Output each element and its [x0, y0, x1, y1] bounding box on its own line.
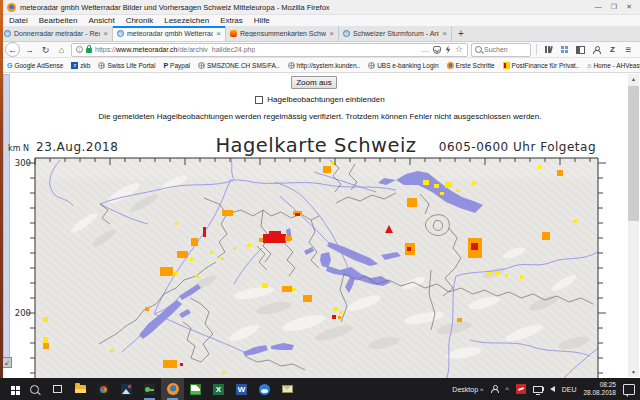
tab-regensummenkarten[interactable]: Regensummenkarten Schweiz × — [226, 26, 339, 41]
ytick-300: 300 — [15, 158, 31, 168]
scroll-down-icon[interactable]: ▼ — [628, 367, 639, 377]
window-title: meteoradar gmbh Wetterradar Bilder und V… — [20, 3, 330, 12]
tray-red-app-icon[interactable] — [516, 384, 526, 394]
excel-button[interactable]: X — [207, 378, 230, 400]
map-time-range: 0605-0600 Uhr Folgetag — [439, 140, 596, 154]
bookmark-postfinance[interactable]: PostFinance für Privat.. — [503, 62, 580, 69]
bookmark-zkb[interactable]: zzkb — [71, 62, 90, 69]
keepass-icon — [144, 384, 155, 395]
tab-meteoradar-active[interactable]: meteoradar gmbh Wetterradar × — [113, 26, 226, 41]
mail-app-button[interactable] — [276, 378, 299, 400]
axis-unit-label: km N — [8, 144, 29, 153]
clock-date: 28.08.2018 — [583, 389, 616, 397]
url-bar[interactable]: i https://www.meteoradar.ch/de/archiv_ha… — [71, 43, 468, 57]
menu-item-lesezeichen[interactable]: Lesezeichen — [164, 16, 209, 25]
windows-logo-icon — [11, 386, 15, 390]
tray-contact-icon[interactable] — [490, 385, 498, 393]
page-actions-icon[interactable]: … — [421, 45, 429, 54]
bookmark-paypal[interactable]: PPaypal — [163, 62, 190, 69]
map-header: km N 23.Aug.2018 Hagelkarte Schweiz 0605… — [8, 134, 596, 157]
screen: meteoradar gmbh Wetterradar Bilder und V… — [0, 0, 640, 400]
lightning-icon[interactable] — [445, 45, 451, 54]
volume-icon[interactable] — [550, 386, 555, 392]
close-button[interactable]: ✕ — [626, 3, 632, 11]
taskbar-clock[interactable]: 08:25 28.08.2018 — [583, 381, 616, 397]
envelope-icon — [282, 385, 293, 393]
bookmarks-bar: GGoogle AdSense zzkb Swiss Life Portal P… — [0, 58, 640, 73]
image-editor-button[interactable] — [184, 378, 207, 400]
language-indicator[interactable]: DEU — [562, 386, 577, 393]
media-app-button[interactable] — [92, 378, 115, 400]
search-input[interactable] — [484, 46, 527, 53]
bookmark-erste-schritte[interactable]: Erste Schritte — [447, 62, 495, 69]
menu-item-chronik[interactable]: Chronik — [126, 16, 154, 25]
bookmark-swiss-life[interactable]: Swiss Life Portal — [98, 62, 155, 69]
library-icon[interactable] — [544, 45, 553, 54]
firefox-logo-icon — [7, 3, 16, 12]
tab-close-icon[interactable]: × — [103, 30, 108, 38]
taskbar-search-button[interactable] — [23, 378, 46, 400]
tab-close-icon[interactable]: × — [216, 30, 221, 38]
tab-sturmforum[interactable]: Schweizer Sturmforum - Antw × — [339, 26, 452, 41]
globe-favicon — [98, 62, 105, 69]
menu-item-hilfe[interactable]: Hilfe — [254, 16, 270, 25]
reload-button[interactable]: ↻ — [39, 43, 52, 56]
back-button[interactable]: ← — [5, 42, 20, 57]
menu-item-datei[interactable]: Datei — [9, 16, 28, 25]
hail-map[interactable]: km N 23.Aug.2018 Hagelkarte Schweiz 0605… — [4, 133, 620, 378]
home-favicon: ⌂ — [587, 62, 591, 69]
task-view-button[interactable] — [46, 378, 69, 400]
sidebar-icon[interactable] — [576, 46, 585, 54]
bookmark-system-kunden[interactable]: http://system.kunden.. — [288, 62, 361, 69]
firefox-taskbar-button[interactable] — [161, 378, 184, 400]
search-box[interactable] — [471, 43, 531, 57]
https-lock-icon[interactable] — [86, 48, 92, 53]
clock-time: 08:25 — [583, 381, 616, 389]
desktop-toolbar[interactable]: Desktop» — [452, 386, 483, 393]
tab-close-icon[interactable]: × — [442, 30, 447, 38]
page-content: ↙ Zoom aus Hagelbeobachtungen einblenden… — [0, 73, 640, 378]
scrollbar-thumb[interactable] — [628, 86, 639, 221]
maximize-button[interactable]: ❐ — [611, 3, 617, 11]
hail-observations-row: Hagelbeobachtungen einblenden — [0, 95, 640, 104]
site-info-icon[interactable]: i — [76, 46, 83, 53]
navigation-bar: ← → ↻ ⌂ i https://www.meteoradar.ch/de/a… — [0, 42, 640, 58]
bookmark-google-adsense[interactable]: GGoogle AdSense — [7, 62, 63, 69]
menu-item-bearbeiten[interactable]: Bearbeiten — [39, 16, 78, 25]
url-text: https://www.meteoradar.ch/de/archiv_hail… — [95, 46, 255, 53]
tab-donnerradar[interactable]: Donnerradar metradar - Regen × — [0, 26, 113, 41]
new-tab-button[interactable]: + — [452, 26, 470, 41]
bookmark-star-icon[interactable]: ☆ — [455, 45, 463, 54]
bookmark-ubs[interactable]: UBS e-banking Login — [368, 62, 438, 69]
action-center-icon[interactable] — [623, 384, 635, 395]
home-button[interactable]: ⌂ — [55, 43, 68, 56]
grid-extension-icon[interactable] — [561, 46, 568, 53]
toolbar-separator — [536, 44, 537, 55]
scroll-up-icon[interactable]: ▲ — [628, 74, 639, 84]
bookmark-smszone[interactable]: SMSZONE.CH SMS/FA.. — [198, 62, 280, 69]
thunderbird-button[interactable] — [253, 378, 276, 400]
file-explorer-button[interactable] — [69, 378, 92, 400]
tab-close-icon[interactable]: × — [329, 30, 334, 38]
account-icon[interactable] — [593, 46, 601, 54]
hamburger-menu-icon[interactable]: ≡ — [622, 43, 635, 56]
globe-favicon — [288, 62, 295, 69]
keepass-button[interactable] — [138, 378, 161, 400]
menu-bar: Datei Bearbeiten Ansicht Chronik Lesezei… — [0, 15, 640, 26]
bookmark-ahveasy[interactable]: ⌂Home - AHVeasy — [587, 62, 640, 69]
menu-item-extras[interactable]: Extras — [220, 16, 243, 25]
media-app-icon — [98, 384, 109, 395]
menu-item-ansicht[interactable]: Ansicht — [88, 16, 114, 25]
word-button[interactable]: W — [230, 378, 253, 400]
forward-button[interactable]: → — [23, 43, 36, 56]
photos-app-button[interactable] — [115, 378, 138, 400]
start-button[interactable] — [0, 378, 23, 400]
vertical-scrollbar[interactable]: ▲ ▼ — [628, 74, 639, 377]
hidden-icons-chevron[interactable]: ^ — [505, 386, 508, 393]
zotero-extension-icon[interactable]: Z — [606, 43, 619, 56]
hail-observations-checkbox[interactable] — [255, 96, 263, 104]
zoom-aus-button[interactable]: Zoom aus — [291, 76, 337, 89]
word-icon: W — [236, 384, 247, 395]
minimize-button[interactable]: — — [595, 3, 602, 11]
pocket-icon[interactable] — [433, 46, 441, 54]
